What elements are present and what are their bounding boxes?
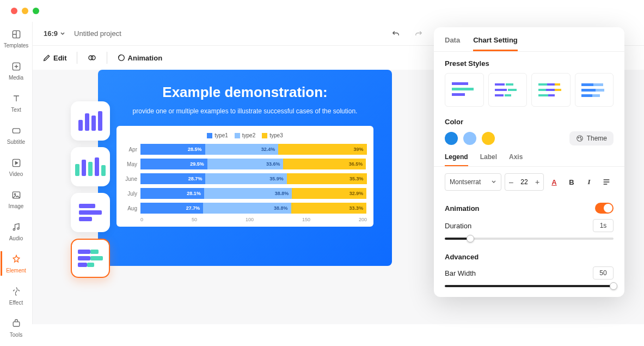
sidebar-label: Element — [6, 268, 26, 274]
sidebar-label: Audio — [9, 235, 23, 241]
maximize-window-icon[interactable] — [33, 8, 39, 14]
sidebar-item-templates[interactable]: Templates — [2, 26, 31, 51]
chart-type-hbar-stacked[interactable] — [71, 239, 110, 278]
animation-button[interactable]: Animation — [117, 53, 163, 62]
svg-rect-2 — [13, 129, 20, 133]
bar-width-label: Bar Width — [445, 269, 476, 277]
tab-data[interactable]: Data — [445, 36, 460, 51]
sidebar-item-media[interactable]: Media — [2, 58, 31, 83]
row-category-label: Aug — [123, 205, 140, 211]
bar-segment: 33.3% — [291, 203, 367, 214]
close-window-icon[interactable] — [11, 8, 17, 14]
bar-width-slider[interactable] — [445, 285, 614, 287]
chart-type-picker — [71, 101, 110, 278]
sidebar-item-effect[interactable]: Effect — [2, 283, 31, 308]
tab-chart-setting[interactable]: Chart Setting — [473, 36, 518, 51]
bar-segment: 32.9% — [292, 188, 366, 199]
bold-button[interactable]: B — [565, 175, 579, 189]
preset-style-2[interactable] — [488, 73, 528, 107]
svg-rect-20 — [495, 94, 504, 96]
row-category-label: Apr — [123, 147, 140, 153]
color-swatch-1[interactable] — [445, 132, 458, 145]
titlebar — [0, 0, 644, 22]
chart-type-column[interactable] — [71, 101, 110, 141]
color-swatch-3[interactable] — [482, 132, 495, 145]
font-size-stepper[interactable]: – 22 + — [505, 173, 544, 191]
chart-type-hbar[interactable] — [71, 193, 110, 232]
sidebar-item-audio[interactable]: Audio — [2, 219, 31, 244]
align-button[interactable] — [599, 175, 614, 189]
bar-width-value: 50 — [593, 266, 614, 280]
sidebar-item-text[interactable]: Text — [2, 90, 31, 115]
preset-style-4[interactable] — [575, 73, 614, 107]
svg-rect-24 — [555, 83, 560, 86]
font-color-button[interactable]: A — [547, 175, 561, 189]
audio-icon — [10, 221, 22, 233]
edit-button[interactable]: Edit — [42, 53, 67, 62]
subtab-axis[interactable]: Axis — [509, 153, 523, 166]
tools-icon — [10, 318, 22, 330]
media-icon — [10, 60, 22, 72]
svg-rect-31 — [593, 83, 603, 86]
decrease-button[interactable]: – — [505, 178, 517, 186]
sidebar-item-video[interactable]: Video — [2, 155, 31, 179]
svg-point-7 — [17, 228, 19, 229]
video-icon — [10, 157, 22, 169]
preset-styles-title: Preset Styles — [445, 59, 614, 68]
preset-style-1[interactable] — [445, 73, 484, 107]
chart-settings-panel: Data Chart Setting Preset Styles Color T… — [434, 27, 624, 297]
svg-rect-32 — [581, 89, 596, 92]
row-bar: 27.7%38.8%33.3% — [140, 203, 367, 214]
chevron-down-icon — [60, 31, 65, 37]
font-family-select[interactable]: Montserrat — [445, 173, 501, 191]
svg-rect-28 — [538, 94, 548, 96]
bar-segment: 29.5% — [140, 159, 207, 169]
minimize-window-icon[interactable] — [22, 8, 28, 14]
chart-type-column-grouped[interactable] — [71, 147, 110, 186]
svg-rect-18 — [495, 89, 507, 91]
subtab-label[interactable]: Label — [480, 153, 497, 166]
color-title: Color — [445, 118, 614, 126]
italic-button[interactable]: I — [582, 175, 596, 189]
project-title[interactable]: Untitled project — [74, 29, 121, 38]
image-icon — [10, 189, 22, 201]
subtab-legend[interactable]: Legend — [445, 153, 468, 166]
bar-segment: 28.5% — [140, 144, 205, 155]
sidebar-item-subtitle[interactable]: Subtitle — [2, 123, 31, 147]
slide[interactable]: Example demonstration: provide one or mu… — [98, 70, 392, 266]
svg-rect-16 — [495, 83, 505, 86]
duration-slider[interactable] — [445, 238, 614, 240]
row-category-label: July — [123, 191, 140, 197]
color-swatch-2[interactable] — [463, 132, 476, 145]
sidebar-item-tools[interactable]: Tools — [2, 315, 31, 340]
slide-subtitle: provide one or multiple examples to illu… — [116, 106, 373, 116]
bar-segment: 33.6% — [207, 159, 284, 169]
increase-button[interactable]: + — [531, 178, 543, 186]
svg-point-38 — [580, 137, 580, 137]
row-bar: 29.5%33.6%36.5% — [140, 159, 367, 169]
sidebar-item-image[interactable]: Image — [2, 187, 31, 211]
sidebar-item-element[interactable]: Element — [1, 251, 30, 276]
svg-rect-35 — [592, 94, 600, 97]
theme-button[interactable]: Theme — [569, 131, 614, 145]
bar-segment: 32.4% — [205, 144, 279, 155]
undo-button[interactable] — [389, 27, 402, 40]
row-category-label: May — [123, 161, 140, 167]
chevron-down-icon — [491, 179, 496, 185]
svg-rect-17 — [506, 83, 513, 86]
aspect-ratio-selector[interactable]: 16:9 — [44, 29, 65, 38]
effect-icon — [10, 286, 22, 298]
subtitle-icon — [10, 125, 22, 137]
advanced-label: Advanced — [445, 253, 479, 261]
bar-segment: 27.7% — [140, 203, 203, 214]
svg-rect-8 — [13, 322, 20, 326]
preset-style-3[interactable] — [531, 73, 571, 107]
style-button[interactable] — [87, 53, 97, 63]
animation-toggle[interactable] — [595, 203, 614, 214]
svg-rect-25 — [538, 89, 546, 91]
text-icon — [10, 93, 22, 105]
svg-point-6 — [13, 229, 15, 230]
chart[interactable]: type1 type2 type3 Apr28.5%32.4%39%May29.… — [116, 126, 373, 227]
bar-segment: 28.7% — [140, 173, 205, 184]
redo-button[interactable] — [412, 27, 425, 40]
